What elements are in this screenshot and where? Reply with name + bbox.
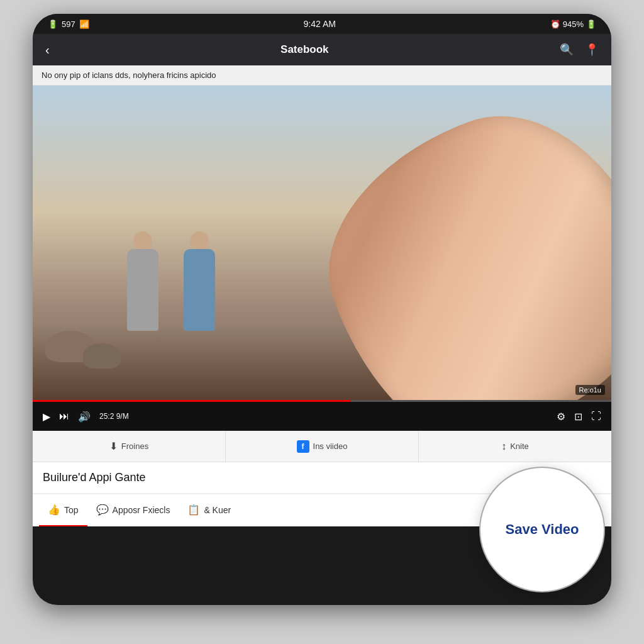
post-caption: No ony pip of iclans dds, nolyhera frici…: [33, 65, 611, 86]
alarm-icon: ⏰: [550, 19, 560, 29]
video-container[interactable]: Re:o1u: [33, 86, 611, 400]
battery-percent: 945%: [563, 19, 584, 29]
action-tab-share[interactable]: 📋 & Kuer: [179, 494, 240, 526]
knite-icon: ↕: [501, 441, 506, 452]
phone-wrapper: 🔋 597 📶 9:42 AM ⏰ 945% 🔋 ‹ Satebook 🔍 📍 …: [20, 14, 624, 630]
settings-icon[interactable]: ⚙: [557, 411, 565, 423]
figure-left-head: [133, 231, 152, 250]
save-video-button[interactable]: Save Video: [479, 467, 605, 592]
knite-label: Knite: [510, 441, 529, 451]
figure-right-body: [184, 249, 215, 331]
battery-icon: 🔋: [586, 19, 596, 29]
figure-left-body: [127, 249, 158, 331]
like-icon: 👍: [48, 504, 60, 516]
search-icon[interactable]: 🔍: [560, 43, 574, 57]
status-right: ⏰ 945% 🔋: [550, 19, 596, 29]
nav-icons: 🔍 📍: [560, 43, 599, 57]
signal-text: 597: [62, 19, 75, 29]
top-label: Top: [64, 505, 79, 515]
video-badge: Re:o1u: [575, 385, 605, 395]
status-bar: 🔋 597 📶 9:42 AM ⏰ 945% 🔋: [33, 14, 611, 34]
crop-icon[interactable]: ⊡: [574, 411, 582, 423]
froines-icon: ⬇: [109, 440, 118, 452]
share-icon: 📋: [187, 504, 200, 516]
save-video-label: Save Video: [506, 521, 579, 538]
video-image: Re:o1u: [33, 86, 611, 400]
fullscreen-icon[interactable]: ⛶: [591, 411, 601, 422]
figure-right-head: [190, 231, 209, 250]
next-button[interactable]: ⏭: [59, 411, 69, 422]
share-tabs: ⬇ Froines f Ins viideo ↕ Knite: [33, 431, 611, 462]
share-tab-froines[interactable]: ⬇ Froines: [33, 431, 226, 462]
nav-title: Satebook: [280, 43, 329, 56]
share-label: & Kuer: [204, 505, 231, 515]
action-tab-comments[interactable]: 💬 Apposr Fxiecls: [87, 494, 179, 526]
wifi-icon: 📶: [79, 19, 89, 29]
controls-left: ▶ ⏭ 🔊 25:2 9/M: [43, 411, 129, 423]
video-controls: ▶ ⏭ 🔊 25:2 9/M ⚙ ⊡ ⛶: [33, 402, 611, 431]
action-tab-top[interactable]: 👍 Top: [39, 494, 87, 526]
navigation-bar: ‹ Satebook 🔍 📍: [33, 34, 611, 65]
comments-label: Apposr Fxiecls: [113, 505, 170, 515]
volume-icon[interactable]: 🔊: [78, 411, 91, 423]
share-tab-facebook[interactable]: f Ins viideo: [226, 431, 419, 462]
facebook-label: Ins viideo: [313, 441, 348, 451]
share-tab-knite[interactable]: ↕ Knite: [419, 431, 611, 462]
facebook-icon: f: [297, 440, 309, 453]
battery-signal-icon: 🔋: [48, 19, 58, 29]
figure-right: [184, 231, 215, 331]
user-icon[interactable]: 📍: [585, 43, 599, 57]
froines-label: Froines: [121, 441, 148, 451]
controls-right: ⚙ ⊡ ⛶: [557, 411, 601, 423]
comment-icon: 💬: [96, 504, 109, 516]
back-button[interactable]: ‹: [45, 43, 50, 57]
status-left: 🔋 597 📶: [48, 19, 89, 29]
status-time: 9:42 AM: [304, 19, 336, 29]
time-display: 25:2 9/M: [99, 412, 129, 421]
play-button[interactable]: ▶: [43, 411, 50, 423]
figure-left: [127, 231, 158, 331]
